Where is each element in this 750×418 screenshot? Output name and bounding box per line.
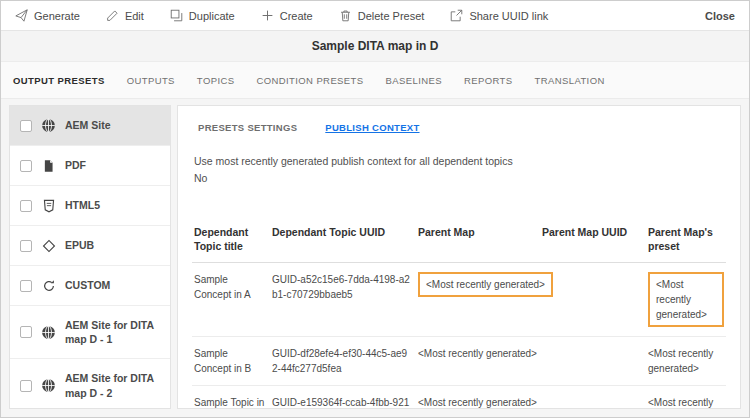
parent-map-preset-cell: <Most recently generated> (648, 272, 724, 327)
topic-title-cell: Sample Concept in A (194, 272, 266, 302)
share-icon (450, 9, 463, 22)
pdf-file-icon (41, 158, 56, 173)
duplicate-button[interactable]: Duplicate (170, 9, 235, 22)
tab-bar: OUTPUT PRESETS OUTPUTS TOPICS CONDITION … (1, 62, 749, 99)
globe-icon (41, 378, 56, 393)
col-header-dependant-topic-uuid: Dependant Topic UUID (272, 225, 412, 239)
topic-uuid-cell: GUID-df28efe4-ef30-44c5-ae92-44fc277d5fe… (272, 346, 412, 376)
create-label: Create (280, 10, 313, 22)
tab-translation[interactable]: TRANSLATION (535, 75, 605, 86)
send-icon (15, 9, 28, 22)
tab-topics[interactable]: TOPICS (197, 75, 235, 86)
share-uuid-link-label: Share UUID link (469, 10, 548, 22)
topic-title-cell: Sample Topic in B (194, 395, 266, 409)
delete-preset-button[interactable]: Delete Preset (339, 9, 425, 22)
close-button[interactable]: Close (705, 10, 735, 22)
duplicate-label: Duplicate (189, 10, 235, 22)
table-row: Sample Concept in A GUID-a52c15e6-7dda-4… (192, 263, 726, 337)
preset-item-label: AEM Site (65, 118, 111, 132)
col-header-dependant-topic-title: Dependant Topic title (194, 225, 266, 253)
annotation-highlight-box: <Most recently generated> (418, 272, 553, 297)
create-button[interactable]: Create (261, 9, 313, 22)
main-panel: PRESETS SETTINGS PUBLISH CONTEXT Use mos… (177, 105, 741, 409)
preset-item-custom[interactable]: CUSTOM (10, 266, 170, 306)
table-row: Sample Concept in B GUID-df28efe4-ef30-4… (192, 337, 726, 386)
parent-map-cell: <Most recently generated> (418, 272, 536, 297)
tab-outputs[interactable]: OUTPUTS (127, 75, 175, 86)
checkbox[interactable] (20, 280, 32, 292)
preset-item-label: AEM Site for DITA map D - 1 (65, 318, 160, 346)
preset-item-label: HTML5 (65, 198, 100, 212)
preset-item-epub[interactable]: EPUB (10, 226, 170, 266)
preset-item-label: AEM Site for DITA map D - 2 (65, 371, 160, 399)
generate-button[interactable]: Generate (15, 9, 80, 22)
checkbox[interactable] (20, 200, 32, 212)
publish-context-setting-label: Use most recently generated publish cont… (192, 145, 726, 170)
dependent-topics-table: Dependant Topic title Dependant Topic UU… (192, 216, 726, 409)
html5-shield-icon (41, 198, 56, 213)
edit-button[interactable]: Edit (106, 9, 144, 22)
app-window: Generate Edit Duplicate Create Delete Pr… (0, 0, 750, 418)
topic-uuid-cell: GUID-e159364f-ccab-4fbb-9214-a6a0af5cfb2… (272, 395, 412, 409)
preset-list: AEM Site PDF HTML5 (9, 105, 171, 409)
preset-item-pdf[interactable]: PDF (10, 146, 170, 186)
globe-icon (41, 325, 56, 340)
trash-icon (339, 9, 352, 22)
custom-refresh-icon (41, 278, 56, 293)
delete-preset-label: Delete Preset (358, 10, 425, 22)
tab-output-presets[interactable]: OUTPUT PRESETS (13, 75, 105, 86)
checkbox[interactable] (20, 380, 32, 392)
duplicate-icon (170, 9, 183, 22)
epub-diamond-icon (41, 238, 56, 253)
parent-map-preset-cell: <Most recently generated> (648, 346, 724, 376)
edit-label: Edit (125, 10, 144, 22)
topic-uuid-cell: GUID-a52c15e6-7dda-4198-a2b1-c70729bbaeb… (272, 272, 412, 302)
col-header-parent-map-uuid: Parent Map UUID (542, 225, 642, 239)
globe-icon (41, 118, 56, 133)
publish-context-setting-value: No (192, 170, 726, 192)
topic-title-cell: Sample Concept in B (194, 346, 266, 376)
checkbox[interactable] (20, 120, 32, 132)
tab-baselines[interactable]: BASELINES (386, 75, 442, 86)
col-header-parent-map: Parent Map (418, 225, 536, 239)
content-area: AEM Site PDF HTML5 (1, 99, 749, 417)
preset-item-label: EPUB (65, 238, 94, 252)
tab-condition-presets[interactable]: CONDITION PRESETS (256, 75, 363, 86)
parent-map-cell: <Most recently generated> (418, 346, 536, 361)
toolbar: Generate Edit Duplicate Create Delete Pr… (1, 1, 749, 31)
table-header-row: Dependant Topic title Dependant Topic UU… (192, 216, 726, 263)
share-uuid-link-button[interactable]: Share UUID link (450, 9, 548, 22)
subtab-bar: PRESETS SETTINGS PUBLISH CONTEXT (192, 118, 726, 145)
preset-item-aem-site[interactable]: AEM Site (10, 106, 170, 146)
preset-item-html5[interactable]: HTML5 (10, 186, 170, 226)
subtab-publish-context[interactable]: PUBLISH CONTEXT (325, 122, 419, 133)
subtab-presets-settings[interactable]: PRESETS SETTINGS (198, 122, 297, 133)
generate-label: Generate (34, 10, 80, 22)
tab-reports[interactable]: REPORTS (464, 75, 513, 86)
checkbox[interactable] (20, 240, 32, 252)
parent-map-preset-cell: <Most recently generated> (648, 395, 724, 409)
pencil-icon (106, 9, 119, 22)
plus-icon (261, 9, 274, 22)
titlebar: Sample DITA map in D (1, 31, 749, 62)
annotation-highlight-box: <Most recently generated> (648, 272, 724, 327)
table-row: Sample Topic in B GUID-e159364f-ccab-4fb… (192, 386, 726, 409)
parent-map-cell: <Most recently generated> (418, 395, 536, 409)
preset-item-aem-site-dita-d-2[interactable]: AEM Site for DITA map D - 2 (10, 359, 170, 409)
preset-item-label: PDF (65, 158, 86, 172)
checkbox[interactable] (20, 326, 32, 338)
col-header-parent-map-preset: Parent Map's preset (648, 225, 724, 253)
checkbox[interactable] (20, 160, 32, 172)
preset-item-label: CUSTOM (65, 278, 110, 292)
page-title: Sample DITA map in D (312, 39, 439, 53)
preset-item-aem-site-dita-d-1[interactable]: AEM Site for DITA map D - 1 (10, 306, 170, 359)
